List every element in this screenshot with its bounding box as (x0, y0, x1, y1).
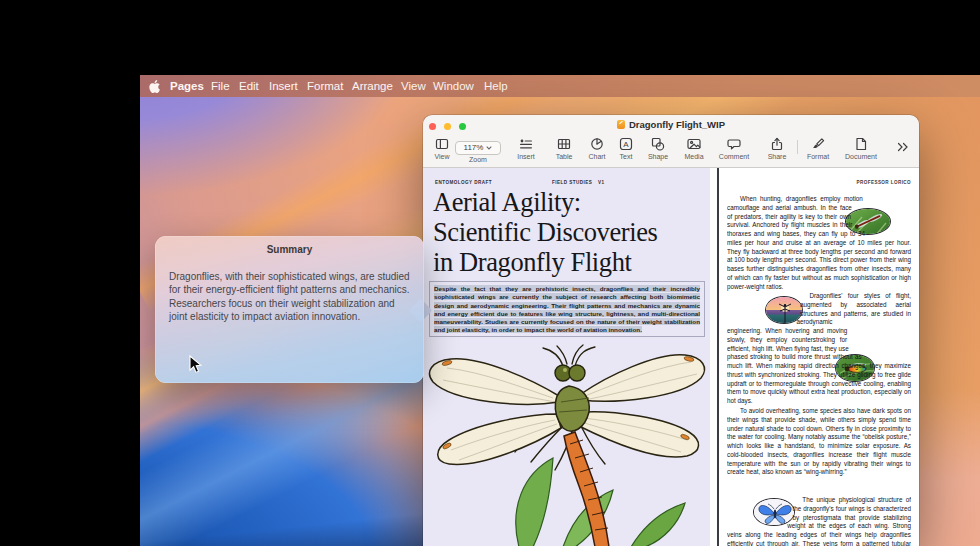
paragraph-1: When hunting, dragonflies employ motion … (727, 195, 911, 292)
page-gutter (710, 168, 717, 546)
document-canvas: ENTOMOLOGY DRAFT FIELD STUDIES V1 Aerial… (423, 168, 919, 546)
mouse-cursor (189, 355, 202, 378)
body-text-column: When hunting, dragonflies employ motion … (727, 192, 911, 546)
menu-item-pages[interactable]: Pages (170, 75, 204, 97)
pages-document-icon (617, 120, 625, 129)
dragonfly-illustration (423, 340, 710, 546)
window-title-group: Dragonfly Flight_WIP (423, 115, 919, 133)
menu-item-view[interactable]: View (401, 75, 426, 97)
toolbar-label: Document (833, 153, 889, 160)
menu-item-insert[interactable]: Insert (269, 75, 298, 97)
double-chevron-right-icon (896, 140, 910, 154)
paragraph-4: The unique physiological structure of th… (727, 496, 911, 546)
menu-item-edit[interactable]: Edit (239, 75, 259, 97)
eyebrow-field-studies: FIELD STUDIES (552, 180, 592, 185)
selected-paragraph: Despite the fact that they are prehistor… (434, 285, 700, 335)
toolbar-document-button[interactable]: Document (833, 136, 889, 160)
menu-item-file[interactable]: File (211, 75, 230, 97)
document-right-page[interactable]: PROFESSOR LORICO (719, 168, 919, 546)
popup-summary-text: Dragonflies, with their sophisticated wi… (169, 270, 411, 324)
paragraph-3: To avoid overheating, some species also … (727, 407, 911, 496)
eyebrow-entomology: ENTOMOLOGY DRAFT (435, 180, 492, 185)
window-title: Dragonfly Flight_WIP (629, 119, 725, 130)
svg-text:A: A (623, 140, 629, 149)
menu-bar: Pages File Edit Insert Format Arrange Vi… (140, 75, 980, 97)
menu-item-help[interactable]: Help (484, 75, 508, 97)
toolbar: View 117% Zoom Insert Table (423, 133, 919, 168)
menu-item-window[interactable]: Window (433, 75, 474, 97)
paragraph-2: Dragonflies' four styles of flight, augm… (727, 292, 911, 407)
document-left-page[interactable]: ENTOMOLOGY DRAFT FIELD STUDIES V1 Aerial… (423, 168, 710, 546)
zoom-dropdown[interactable]: 117% (455, 141, 501, 155)
article-headline: Aerial Agility: Scientific Discoveries i… (433, 188, 703, 277)
pages-window: Dragonfly Flight_WIP View 117% Zoom (423, 115, 919, 546)
byline: PROFESSOR LORICO (857, 180, 911, 185)
zoom-value: 117% (464, 143, 484, 152)
menu-item-arrange[interactable]: Arrange (352, 75, 393, 97)
popup-title: Summary (155, 244, 424, 255)
chevron-down-icon (486, 146, 492, 150)
menu-item-format[interactable]: Format (307, 75, 343, 97)
apple-menu-icon[interactable] (148, 79, 161, 101)
screenshot-stage: Pages File Edit Insert Format Arrange Vi… (0, 0, 980, 546)
selected-text-box[interactable]: Despite the fact that they are prehistor… (429, 281, 705, 337)
document-icon (833, 136, 889, 152)
window-title-bar[interactable]: Dragonfly Flight_WIP (423, 115, 919, 133)
eyebrow-version: V1 (598, 180, 605, 185)
toolbar-overflow-button[interactable] (896, 140, 910, 158)
